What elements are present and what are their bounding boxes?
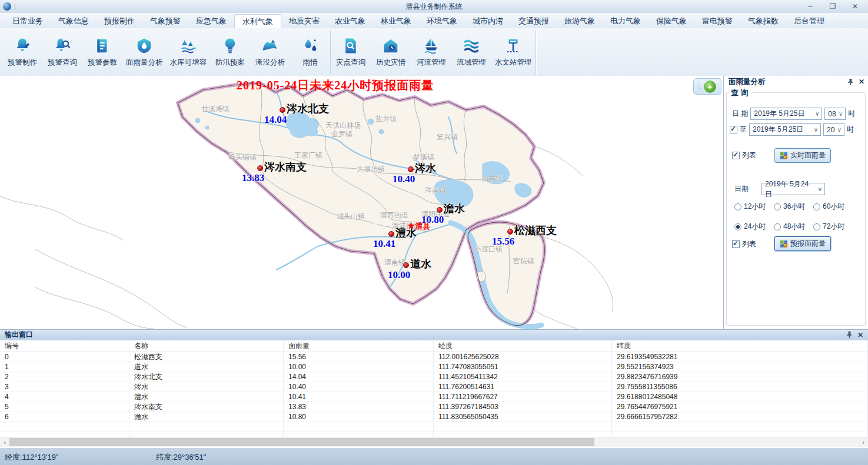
- town-label: 甘溪滩镇: [201, 104, 230, 114]
- toolbar-item[interactable]: 雨情: [290, 31, 330, 73]
- map-add-button[interactable]: +: [704, 81, 716, 93]
- menu-item[interactable]: 气象指数: [740, 14, 786, 28]
- cell-rain: 10.41: [284, 392, 434, 402]
- forecast-date-select[interactable]: 2019年 5月24日∨: [761, 183, 825, 195]
- toolbar-item[interactable]: 水文站管理: [491, 31, 536, 73]
- toolbar-item-label: 历史灾情: [376, 58, 405, 68]
- scroll-thumb[interactable]: [9, 438, 594, 446]
- station-dot-icon: [388, 231, 394, 237]
- menu-item-label: 气象预警: [150, 16, 181, 26]
- window-title: 澧县业务制作系统: [0, 2, 868, 12]
- menu-item[interactable]: 预报制作: [97, 14, 142, 28]
- radio-icon: [774, 203, 781, 210]
- menu-item[interactable]: 农业气象: [327, 14, 373, 28]
- to-checkbox[interactable]: [730, 126, 737, 133]
- toolbar-item[interactable]: 防汛预案: [210, 31, 250, 73]
- toolbar-item[interactable]: 预警制作: [2, 31, 42, 73]
- radio-icon: [813, 203, 820, 210]
- table-row[interactable]: 3 涔水 10.40 111.76200514631 29.7555811355…: [0, 382, 868, 392]
- chevron-down-icon: ∨: [816, 186, 824, 192]
- table-row[interactable]: 4 澧水 10.41 111.711219667627 29.618801248…: [0, 392, 868, 402]
- start-date-select[interactable]: 2019年 5月25日∨: [750, 108, 822, 120]
- toolbar-item[interactable]: 面雨量分析: [122, 31, 167, 73]
- station-dot-icon: [437, 207, 443, 213]
- menu-item[interactable]: 应急气象: [188, 14, 234, 28]
- minimize-button[interactable]: –: [806, 2, 815, 11]
- forecast-list-checkbox[interactable]: [732, 240, 740, 248]
- station-dot-icon: [408, 166, 414, 172]
- menu-item[interactable]: 雷电预警: [694, 14, 740, 28]
- cell-name: 松滋西支: [129, 352, 284, 362]
- table-row[interactable]: 1 道水 10.00 111.747083055051 29.552156374…: [0, 362, 868, 372]
- menu-item[interactable]: 旅游气象: [557, 14, 603, 28]
- realtime-list-row: 列表: [732, 150, 756, 160]
- menu-item[interactable]: 地质灾害: [281, 14, 327, 28]
- toolbar-item[interactable]: 淹没分析: [250, 31, 290, 73]
- table-header-row: 编号名称面雨量经度纬度: [0, 340, 868, 352]
- duration-radio[interactable]: 24小时: [734, 222, 774, 232]
- duration-radio[interactable]: 48小时: [774, 222, 813, 232]
- cell-longitude: 111.76200514631: [434, 382, 612, 392]
- menu-item[interactable]: 气象信息: [51, 14, 97, 28]
- scroll-left-arrow-icon[interactable]: ‹: [0, 437, 9, 447]
- menu-item[interactable]: 交通预报: [511, 14, 557, 28]
- start-hour-select[interactable]: 08∨: [824, 108, 846, 120]
- titlebar: | 澧县业务制作系统 – ❐ ✕: [0, 0, 868, 14]
- forecast-rain-button[interactable]: 预报面雨量: [774, 236, 831, 251]
- menu-item[interactable]: 水利气象: [234, 14, 281, 28]
- toolbar-item-label: 灾点查询: [336, 58, 365, 68]
- end-date-select[interactable]: 2019年 5月25日∨: [749, 123, 821, 136]
- table-row[interactable]: 0 松滋西支 15.56 112.001625625028 29.6193549…: [0, 352, 868, 362]
- toolbar-item[interactable]: 预警参数: [82, 31, 122, 73]
- map-area[interactable]: 2019-05-24日未来24小时预报面雨量 甘溪滩镇天供山林场金罗镇盐井镇复兴…: [0, 76, 724, 329]
- menu-item[interactable]: 林业气象: [373, 14, 419, 28]
- duration-radio[interactable]: 72小时: [813, 222, 858, 232]
- menu-item[interactable]: 后台管理: [786, 14, 832, 28]
- menu-item[interactable]: 气象预警: [142, 14, 188, 28]
- realtime-rain-button[interactable]: 实时面雨量: [774, 148, 831, 163]
- toolbar-item-label: 雨情: [303, 58, 318, 68]
- horizontal-scrollbar[interactable]: ‹ ›: [0, 437, 868, 447]
- realtime-list-checkbox[interactable]: [732, 152, 740, 159]
- toolbar-item[interactable]: 流域管理: [451, 31, 491, 73]
- menu-item[interactable]: 环境气象: [419, 14, 465, 28]
- menu-item[interactable]: 电力气象: [603, 14, 648, 28]
- toolbar-item[interactable]: 河流管理: [411, 31, 451, 73]
- toolbar-item[interactable]: 预警查询: [42, 31, 82, 73]
- town-label: 复兴镇: [437, 132, 458, 142]
- duration-radio[interactable]: 12小时: [734, 202, 774, 212]
- toolbar-item[interactable]: [536, 31, 536, 74]
- menu-item-label: 气象信息: [58, 16, 89, 26]
- table-row[interactable]: 2 涔水北支 14.04 111.452105411342 29.8823476…: [0, 372, 868, 382]
- alert-edit-icon: [14, 37, 31, 55]
- pin-icon[interactable]: [846, 331, 853, 339]
- cell-longitude: 111.830565050435: [434, 412, 612, 421]
- close-button[interactable]: ✕: [850, 2, 860, 11]
- toolbar-item[interactable]: 灾点查询: [331, 31, 371, 73]
- station-dot-icon: [257, 165, 263, 171]
- scroll-right-arrow-icon[interactable]: ›: [859, 437, 868, 447]
- toolbar-item[interactable]: 历史灾情: [371, 31, 411, 73]
- toolbar-item-label: 面雨量分析: [126, 58, 163, 68]
- end-hour-select[interactable]: 20∨: [823, 123, 844, 136]
- table-row[interactable]: 5 涔水南支 13.83 111.397267184503 29.7654476…: [0, 402, 868, 412]
- duration-radio[interactable]: 36小时: [774, 202, 813, 212]
- menu-item[interactable]: 保险气象: [648, 14, 694, 28]
- cell-longitude: 111.711219667627: [434, 392, 612, 402]
- menu-item[interactable]: 日常业务: [5, 14, 51, 28]
- duration-radio[interactable]: 60小时: [813, 202, 858, 212]
- duration-radio-label: 24小时: [744, 222, 766, 232]
- cell-name: 澧水: [129, 392, 284, 402]
- output-close-icon[interactable]: ✕: [857, 331, 863, 339]
- toolbar-item[interactable]: 水库可增容: [167, 31, 211, 73]
- menu-item[interactable]: 城市内涝: [465, 14, 511, 28]
- cell-latitude: 29.8823476716939: [612, 372, 868, 382]
- maximize-button[interactable]: ❐: [828, 2, 837, 11]
- station-dot-icon: [507, 229, 513, 235]
- date-label: 日 期: [732, 109, 748, 119]
- flood-plan-icon: [221, 37, 239, 55]
- table-row[interactable]: 6 澹水 10.80 111.830565050435 29.666615795…: [0, 412, 868, 422]
- town-label: 城头山镇: [337, 212, 365, 222]
- pin-icon[interactable]: [847, 78, 854, 86]
- panel-close-icon[interactable]: ✕: [859, 78, 864, 86]
